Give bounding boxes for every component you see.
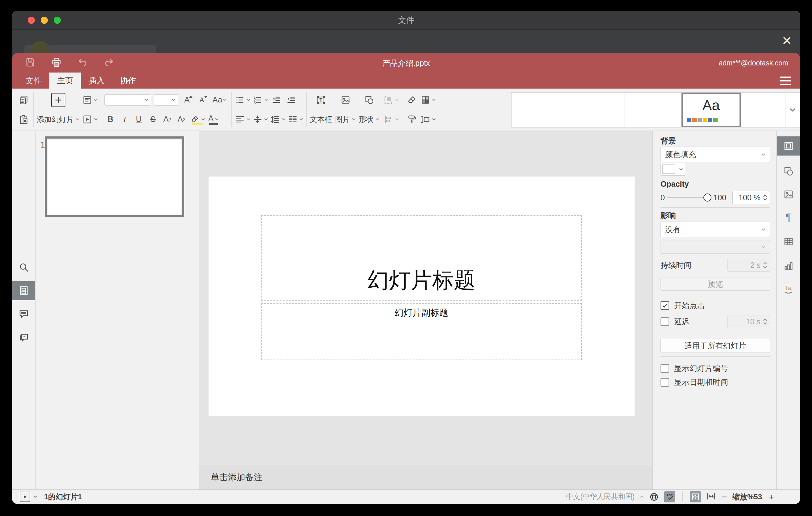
up-triangle-icon xyxy=(189,95,193,98)
spin-up-icon[interactable] xyxy=(763,318,767,321)
notes-area[interactable]: 单击添加备注 xyxy=(199,465,652,489)
delay-spinner[interactable]: 10 s xyxy=(727,315,770,328)
subscript-button[interactable]: A2 xyxy=(175,112,187,126)
tab-insert[interactable]: 插入 xyxy=(81,73,112,89)
slide-thumbnail[interactable] xyxy=(45,136,184,217)
start-slideshow-button[interactable] xyxy=(82,112,98,126)
slide[interactable]: 幻灯片标题 幻灯片副标题 xyxy=(208,176,635,416)
insert-shape-button[interactable] xyxy=(363,93,376,107)
fit-width-button[interactable] xyxy=(706,491,716,503)
close-window-light[interactable] xyxy=(28,17,35,24)
background-fill-select[interactable]: 颜色填充 xyxy=(661,147,770,162)
comments-button[interactable] xyxy=(12,305,35,324)
clear-style-button[interactable] xyxy=(405,93,418,107)
fit-slide-button[interactable] xyxy=(690,491,701,503)
title-placeholder[interactable]: 幻灯片标题 xyxy=(261,215,582,300)
change-case-button[interactable]: Aa xyxy=(210,93,228,107)
superscript-button[interactable]: A2 xyxy=(161,112,173,126)
duration-spinner[interactable]: 2 s xyxy=(727,259,770,271)
paste-button[interactable] xyxy=(17,112,30,126)
effect-type-select[interactable] xyxy=(661,240,770,254)
theme-option[interactable] xyxy=(625,93,682,127)
close-icon[interactable]: ✕ xyxy=(781,34,792,47)
font-name-select[interactable] xyxy=(104,94,151,106)
shape-settings-button[interactable] xyxy=(777,162,800,181)
tab-collaboration[interactable]: 协作 xyxy=(112,73,144,89)
effect-select[interactable]: 没有 xyxy=(661,222,770,237)
menu-icon[interactable] xyxy=(780,77,791,85)
italic-button[interactable]: I xyxy=(118,112,131,126)
arrange-icon xyxy=(383,95,394,105)
vertical-align-button[interactable] xyxy=(252,112,268,126)
line-spacing-button[interactable] xyxy=(270,112,286,126)
apply-to-all-slides-button[interactable]: 适用于所有幻灯片 xyxy=(661,339,770,352)
spin-down-icon[interactable] xyxy=(763,266,767,268)
bold-button[interactable]: B xyxy=(104,112,117,126)
delay-checkbox[interactable] xyxy=(661,317,669,326)
align-shape-button[interactable] xyxy=(383,112,399,126)
horizontal-align-button[interactable] xyxy=(235,112,251,126)
spin-up-icon[interactable] xyxy=(763,194,767,197)
chart-settings-button[interactable] xyxy=(777,256,800,276)
bullet-list-button[interactable] xyxy=(235,93,251,107)
slides-panel-button[interactable] xyxy=(12,281,35,300)
increase-font-button[interactable]: A xyxy=(181,93,193,107)
insert-image-button[interactable] xyxy=(339,93,352,107)
theme-option[interactable] xyxy=(741,93,785,127)
columns-button[interactable] xyxy=(288,112,303,126)
chevron-up-icon[interactable] xyxy=(640,495,644,498)
opacity-spinner[interactable]: 100 % xyxy=(732,191,770,204)
theme-gallery-expand-button[interactable] xyxy=(785,93,800,127)
font-color-button[interactable]: A xyxy=(207,112,220,126)
spellcheck-button[interactable]: ABC xyxy=(664,491,675,503)
start-slideshow-status-button[interactable] xyxy=(20,492,30,502)
paragraph-settings-button[interactable]: ¶ xyxy=(777,207,800,227)
copy-button[interactable] xyxy=(17,93,30,107)
opacity-slider-knob[interactable] xyxy=(703,194,712,202)
language-label[interactable]: 中文(中华人民共和国) xyxy=(566,492,635,501)
strikethrough-button[interactable]: S xyxy=(147,112,159,126)
zoom-in-button[interactable]: ＋ xyxy=(767,492,776,501)
theme-option[interactable] xyxy=(512,93,567,127)
background-color-picker[interactable] xyxy=(661,163,685,176)
color-picker-dropdown[interactable] xyxy=(677,163,685,175)
image-settings-button[interactable] xyxy=(777,185,800,204)
chevron-down-icon[interactable] xyxy=(33,495,37,498)
textart-settings-button[interactable]: Ta xyxy=(777,279,800,298)
show-slide-number-checkbox[interactable] xyxy=(661,364,669,373)
zoom-window-light[interactable] xyxy=(54,17,61,24)
tab-file[interactable]: 文件 xyxy=(18,73,49,89)
decrease-font-button[interactable]: A xyxy=(196,93,208,107)
show-date-time-checkbox[interactable] xyxy=(661,378,669,387)
arrange-shape-button[interactable] xyxy=(383,93,399,107)
preview-button[interactable]: 预览 xyxy=(661,277,770,291)
theme-option[interactable] xyxy=(567,93,625,127)
subtitle-placeholder[interactable]: 幻灯片副标题 xyxy=(261,303,582,360)
theme-option-selected[interactable]: Aa xyxy=(682,93,741,127)
decrease-indent-button[interactable] xyxy=(270,93,283,107)
globe-icon[interactable] xyxy=(649,492,659,502)
slide-settings-button[interactable] xyxy=(777,136,800,155)
highlight-color-button[interactable] xyxy=(190,112,205,126)
font-size-select[interactable] xyxy=(154,94,178,106)
numbered-list-button[interactable]: 123 xyxy=(252,93,268,107)
color-scheme-button[interactable] xyxy=(420,93,436,107)
underline-button[interactable]: U xyxy=(133,112,145,126)
slide-size-button[interactable] xyxy=(420,112,436,126)
zoom-out-button[interactable]: − xyxy=(721,492,727,502)
tab-home[interactable]: 主页 xyxy=(49,73,81,89)
spin-up-icon[interactable] xyxy=(763,262,767,265)
add-slide-button[interactable]: 添加幻灯片 xyxy=(37,92,80,127)
start-on-click-checkbox[interactable] xyxy=(661,301,669,310)
copy-style-button[interactable] xyxy=(405,112,418,126)
opacity-slider[interactable] xyxy=(667,197,711,198)
table-settings-button[interactable] xyxy=(777,232,800,251)
minimize-window-light[interactable] xyxy=(41,17,48,24)
increase-indent-button[interactable] xyxy=(285,93,298,107)
slide-layout-button[interactable] xyxy=(82,93,98,107)
search-button[interactable] xyxy=(12,258,35,277)
insert-textbox-button[interactable]: T xyxy=(314,93,327,107)
spin-down-icon[interactable] xyxy=(763,322,767,325)
spin-down-icon[interactable] xyxy=(763,198,767,201)
chat-button[interactable] xyxy=(12,328,35,347)
